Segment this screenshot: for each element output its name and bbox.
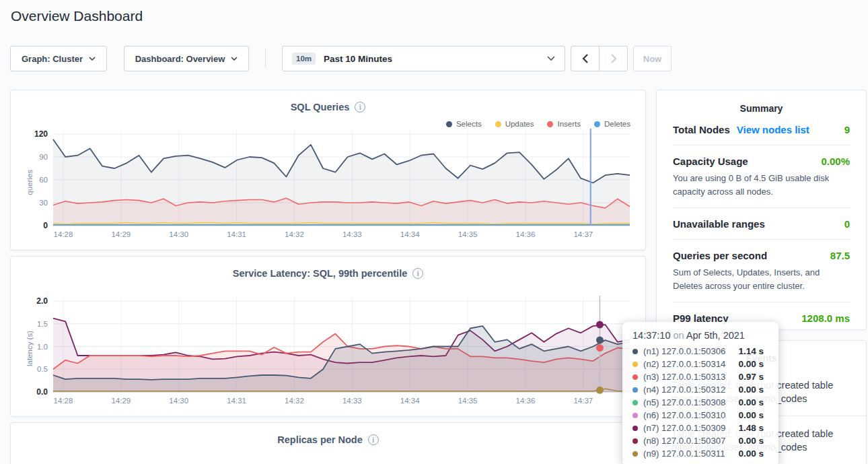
- tooltip-node-row: (n2) 127.0.0.1:503140.00 s: [632, 358, 764, 370]
- service-latency-panel: Service Latency: SQL, 99th percentile i …: [10, 256, 646, 417]
- summary-row-total-nodes: Total Nodes View nodes list 9: [657, 114, 866, 145]
- svg-text:14:28: 14:28: [54, 230, 73, 238]
- svg-text:14:36: 14:36: [516, 397, 536, 405]
- now-button[interactable]: Now: [633, 46, 672, 71]
- node-address: (n8) 127.0.0.1:50307: [643, 436, 725, 446]
- node-address: (n4) 127.0.0.1:50312: [643, 385, 725, 395]
- svg-text:14:30: 14:30: [169, 397, 188, 405]
- node-latency-value: 0.97 s: [738, 372, 764, 382]
- summary-label: Total Nodes: [673, 124, 730, 135]
- node-color-dot: [632, 374, 638, 380]
- summary-description: You are using 0 B of 4.5 GiB usable disk…: [673, 172, 850, 198]
- summary-row-capacity: Capacity Usage 0.00% You are using 0 B o…: [657, 145, 866, 207]
- tooltip-node-row: (n4) 127.0.0.1:503120.00 s: [632, 383, 764, 396]
- chart-title-text: Replicas per Node: [277, 434, 363, 445]
- dashboard-dropdown-label: Dashboard: Overview: [135, 54, 225, 64]
- time-range-selector[interactable]: 10m Past 10 Minutes: [282, 46, 565, 71]
- svg-text:14:37: 14:37: [573, 397, 593, 405]
- node-address: (n6) 127.0.0.1:50310: [643, 410, 725, 420]
- chevron-down-icon: [547, 56, 555, 61]
- controls-divider: [265, 48, 266, 68]
- tooltip-rows: (n1) 127.0.0.1:503061.14 s(n2) 127.0.0.1…: [632, 345, 764, 460]
- time-range-badge: 10m: [292, 53, 316, 65]
- svg-text:120: 120: [34, 129, 48, 139]
- chevron-down-icon: [89, 57, 96, 61]
- time-back-button[interactable]: [571, 46, 600, 71]
- time-forward-button[interactable]: [600, 46, 627, 71]
- svg-text:0: 0: [43, 221, 48, 230]
- chart-title-replicas: Replicas per Node i: [11, 434, 645, 445]
- graph-dropdown-label: Graph: Cluster: [22, 54, 83, 64]
- svg-text:30: 30: [39, 199, 48, 207]
- summary-value: 0.00%: [821, 156, 850, 167]
- chart-title-text: SQL Queries: [291, 102, 350, 112]
- chart-title-sql-queries: SQL Queries i: [11, 102, 645, 112]
- svg-text:14:29: 14:29: [111, 397, 131, 405]
- node-latency-value: 0.00 s: [738, 410, 764, 420]
- tooltip-node-row: (n6) 127.0.0.1:503100.00 s: [632, 409, 764, 422]
- node-address: (n5) 127.0.0.1:50308: [643, 397, 725, 407]
- summary-label: Unavailable ranges: [673, 218, 765, 230]
- dashboard-dropdown[interactable]: Dashboard: Overview: [124, 46, 249, 71]
- summary-description: Sum of Selects, Updates, Inserts, and De…: [673, 266, 850, 292]
- hover-tooltip: 14:37:10 on Apr 5th, 2021 (n1) 127.0.0.1…: [622, 322, 779, 464]
- chevron-down-icon: [231, 57, 238, 61]
- svg-text:14:36: 14:36: [516, 230, 536, 238]
- info-icon[interactable]: i: [355, 102, 365, 112]
- summary-value: 0: [844, 218, 850, 230]
- tooltip-timestamp: 14:37:10 on Apr 5th, 2021: [632, 330, 764, 341]
- svg-text:14:32: 14:32: [285, 230, 304, 238]
- chevron-left-icon: [581, 53, 589, 64]
- node-color-dot: [632, 400, 638, 405]
- view-nodes-list-link[interactable]: View nodes list: [737, 124, 809, 135]
- page-title: Overview Dashboard: [11, 8, 143, 24]
- svg-text:90: 90: [39, 153, 48, 161]
- svg-text:14:33: 14:33: [342, 397, 362, 405]
- sql-queries-chart[interactable]: 14:2814:2914:3014:3114:3214:3314:3414:35…: [11, 125, 647, 246]
- node-color-dot: [632, 413, 638, 418]
- node-latency-value: 0.00 s: [738, 385, 764, 395]
- graph-dropdown[interactable]: Graph: Cluster: [10, 46, 107, 71]
- chevron-right-icon: [610, 53, 618, 64]
- summary-title: Summary: [657, 90, 866, 114]
- svg-text:1.5: 1.5: [37, 320, 48, 328]
- node-latency-value: 1.48 s: [738, 423, 764, 433]
- svg-text:14:29: 14:29: [111, 230, 131, 238]
- svg-text:14:28: 14:28: [54, 397, 73, 405]
- replicas-per-node-panel: Replicas per Node i: [10, 422, 646, 464]
- summary-value: 1208.0 ms: [801, 312, 850, 324]
- sql-queries-panel: SQL Queries i SelectsUpdatesInsertsDelet…: [10, 90, 646, 251]
- svg-text:14:37: 14:37: [573, 230, 593, 238]
- summary-label: Queries per second: [673, 250, 767, 261]
- node-address: (n7) 127.0.0.1:50309: [643, 423, 725, 433]
- info-icon[interactable]: i: [368, 434, 379, 445]
- node-latency-value: 0.00 s: [738, 436, 764, 446]
- service-latency-chart[interactable]: 14:2814:2914:3014:3114:3214:3314:3414:35…: [11, 292, 647, 413]
- summary-panel: Summary Total Nodes View nodes list 9 Ca…: [656, 90, 867, 330]
- chart-title-text: Service Latency: SQL, 99th percentile: [233, 268, 408, 279]
- svg-text:1.0: 1.0: [37, 343, 48, 351]
- node-color-dot: [632, 349, 638, 354]
- summary-row-qps: Queries per second 87.5 Sum of Selects, …: [657, 240, 866, 302]
- node-address: (n3) 127.0.0.1:50313: [643, 372, 725, 382]
- node-color-dot: [632, 426, 638, 431]
- node-address: (n1) 127.0.0.1:50306: [643, 346, 725, 356]
- svg-text:14:33: 14:33: [342, 230, 362, 238]
- summary-label: Capacity Usage: [673, 156, 748, 167]
- svg-text:14:32: 14:32: [285, 397, 304, 405]
- svg-text:14:31: 14:31: [227, 397, 246, 405]
- svg-text:0.0: 0.0: [36, 387, 48, 397]
- node-address: (n9) 127.0.0.1:50311: [643, 449, 725, 459]
- node-color-dot: [632, 362, 638, 367]
- node-latency-value: 0.00 s: [738, 397, 764, 407]
- svg-text:14:35: 14:35: [458, 230, 478, 238]
- svg-text:14:30: 14:30: [169, 230, 188, 238]
- summary-value: 87.5: [830, 250, 850, 261]
- info-icon[interactable]: i: [412, 268, 423, 279]
- node-latency-value: 1.14 s: [738, 346, 764, 356]
- tooltip-node-row: (n9) 127.0.0.1:503110.00 s: [632, 447, 764, 460]
- time-range-label: Past 10 Minutes: [324, 54, 392, 64]
- svg-text:0.5: 0.5: [37, 365, 48, 373]
- node-color-dot: [632, 438, 638, 444]
- tooltip-node-row: (n8) 127.0.0.1:503070.00 s: [632, 434, 764, 447]
